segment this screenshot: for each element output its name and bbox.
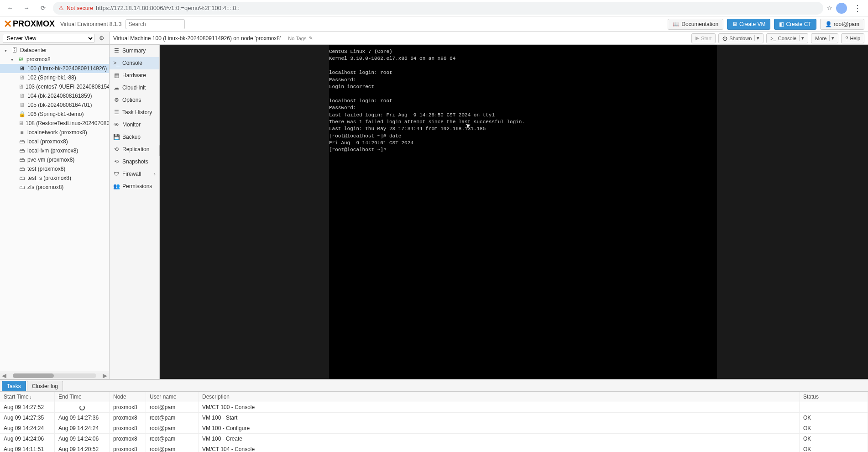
storage-icon: 🗃 [18,175,26,181]
col-node[interactable]: Node [110,392,146,402]
console-output: CentOS Linux 7 (Core) Kernel 3.10.0-1062… [329,45,717,379]
nav-monitor[interactable]: 👁Monitor [110,119,159,131]
console-button[interactable]: >_ Console ▾ [766,33,808,43]
table-row[interactable]: Aug 09 14:27:52proxmox8root@pamVM/CT 100… [0,402,868,413]
tab-tasks[interactable]: Tasks [2,381,26,391]
console-viewport[interactable]: CentOS Linux 7 (Core) Kernel 3.10.0-1062… [160,45,868,379]
start-button[interactable]: ▶ Start [691,33,716,43]
search-input[interactable] [125,19,185,29]
tree-horizontal-scrollbar[interactable]: ◀ ▶ [0,372,109,379]
nav-replication[interactable]: ⟲Replication [110,143,159,156]
vm-stopped-icon: 🖥 [18,84,24,90]
tree-label: 102 (Spring-bk1-88) [27,74,76,81]
tree-label: 106 (Spring-bk1-demo) [27,111,84,117]
spinner-icon [79,405,85,410]
vm-stopped-icon: 🖥 [18,93,26,99]
table-row[interactable]: Aug 09 14:24:24Aug 09 14:24:24proxmox8ro… [0,423,868,434]
nav-label: Cloud-Init [122,84,146,91]
chevron-down-icon[interactable]: ▾ [754,35,759,41]
help-button[interactable]: ? Help [841,33,864,43]
tree-label: pve-vm (proxmox8) [27,157,74,163]
documentation-button[interactable]: 📖 Documentation [668,19,723,30]
tree-node-vm103[interactable]: 🖥 103 (centos7-9UEFI-20240808154757) [0,82,109,91]
power-icon: ⏻ [722,36,727,41]
resource-tree-panel: Server View ⚙ ▾🗄 Datacenter ▾🖳 proxmox8 … [0,32,110,379]
nav-hardware[interactable]: ▦Hardware [110,69,159,82]
tree-label: 108 (RestoreTestLinux-2024070804302) [26,120,109,126]
chevron-down-icon[interactable]: ▾ [829,35,834,41]
gear-icon[interactable]: ⚙ [97,34,106,43]
cloud-icon: ☁ [113,84,120,91]
user-menu-button[interactable]: 👤 root@pam [820,19,864,30]
nav-task-history[interactable]: ☰Task History [110,106,159,119]
browser-menu-icon[interactable]: ⋮ [851,3,864,13]
tree-node-host[interactable]: ▾🖳 proxmox8 [0,55,109,64]
shield-icon: 🛡 [113,171,120,177]
network-icon: ≡ [18,129,26,136]
logo-text: PROXMOX [13,19,55,29]
tree-node-local[interactable]: 🗃 local (proxmox8) [0,137,109,146]
tree-node-vm108[interactable]: 🖥 108 (RestoreTestLinux-2024070804302) [0,119,109,128]
address-bar[interactable]: ⚠ Not secure https://172.18.14.80:8006/#… [53,2,823,15]
vm-stopped-icon: 🖥 [18,102,26,108]
tree-node-vm106[interactable]: 🔒 106 (Spring-bk1-demo) [0,110,109,119]
tab-cluster-log[interactable]: Cluster log [27,381,63,391]
shutdown-button[interactable]: ⏻ Shutdown ▾ [718,33,763,43]
nav-backup[interactable]: 💾Backup [110,131,159,143]
forward-button[interactable]: → [20,2,33,15]
nav-snapshots[interactable]: ⟲Snapshots [110,156,159,168]
tree-node-locallvm[interactable]: 🗃 local-lvm (proxmox8) [0,146,109,155]
cell-node: proxmox8 [110,402,146,412]
col-start-time[interactable]: Start Time↓ [0,392,55,402]
tree-node-vm104[interactable]: 🖥 104 (bk-20240808161859) [0,91,109,100]
table-row[interactable]: Aug 09 14:11:51Aug 09 14:20:52proxmox8ro… [0,444,868,452]
tree-node-pvevm[interactable]: 🗃 pve-vm (proxmox8) [0,155,109,164]
table-row[interactable]: Aug 09 14:27:35Aug 09 14:27:36proxmox8ro… [0,413,868,423]
proxmox-logo[interactable]: ✕ PROXMOX [4,18,55,30]
nav-cloudinit[interactable]: ☁Cloud-Init [110,82,159,94]
col-description[interactable]: Description [199,392,800,402]
cell-status: OK [800,423,868,433]
cell-start: Aug 09 14:27:52 [0,402,55,412]
no-tags-label: No Tags [288,36,306,41]
col-status[interactable]: Status [800,392,868,402]
cell-node: proxmox8 [110,413,146,423]
tree-node-test[interactable]: 🗃 test (proxmox8) [0,164,109,173]
tree-node-vm105[interactable]: 🖥 105 (bk-20240808164701) [0,100,109,110]
table-row[interactable]: Aug 09 14:24:06Aug 09 14:24:06proxmox8ro… [0,434,868,444]
bookmark-icon[interactable]: ☆ [827,5,832,11]
cell-user: root@pam [146,413,199,423]
tree-node-localnetwork[interactable]: ≡ localnetwork (proxmox8) [0,128,109,137]
nav-label: Replication [122,146,149,152]
tree-node-vm102[interactable]: 🖥 102 (Spring-bk1-88) [0,73,109,82]
col-user[interactable]: User name [146,392,199,402]
view-selector[interactable]: Server View [3,34,94,43]
tree-label: zfs (proxmox8) [27,184,63,190]
profile-avatar[interactable] [836,3,847,14]
nav-console[interactable]: >_Console [110,57,159,69]
monitor-icon: 🖥 [732,21,737,27]
reload-button[interactable]: ⟳ [37,2,49,15]
documentation-label: Documentation [681,21,718,27]
edit-tags-icon[interactable]: ✎ [309,36,313,41]
chevron-down-icon[interactable]: ▾ [799,35,804,41]
tree-node-vm100[interactable]: 🖥 100 (Linux-bk-20240809114926) [0,64,109,73]
tree-node-zfs[interactable]: 🗃 zfs (proxmox8) [0,183,109,192]
shutdown-label: Shutdown [729,36,752,41]
cell-start: Aug 09 14:24:06 [0,434,55,444]
nav-options[interactable]: ⚙Options [110,94,159,106]
tree-label: localnetwork (proxmox8) [27,129,87,136]
back-button[interactable]: ← [4,2,16,15]
nav-firewall[interactable]: 🛡Firewall [110,168,159,180]
tree-node-datacenter[interactable]: ▾🗄 Datacenter [0,46,109,55]
more-button[interactable]: More ▾ [811,33,838,43]
create-vm-button[interactable]: 🖥 Create VM [727,19,770,30]
cell-status: OK [800,413,868,423]
create-ct-button[interactable]: ◧ Create CT [774,19,816,30]
nav-summary[interactable]: ☰Summary [110,45,159,57]
nav-label: Hardware [122,72,146,79]
tree-node-tests[interactable]: 🗃 test_s (proxmox8) [0,173,109,183]
list-icon: ☰ [113,109,120,116]
col-end-time[interactable]: End Time [55,392,110,402]
nav-permissions[interactable]: 👥Permissions [110,180,159,193]
